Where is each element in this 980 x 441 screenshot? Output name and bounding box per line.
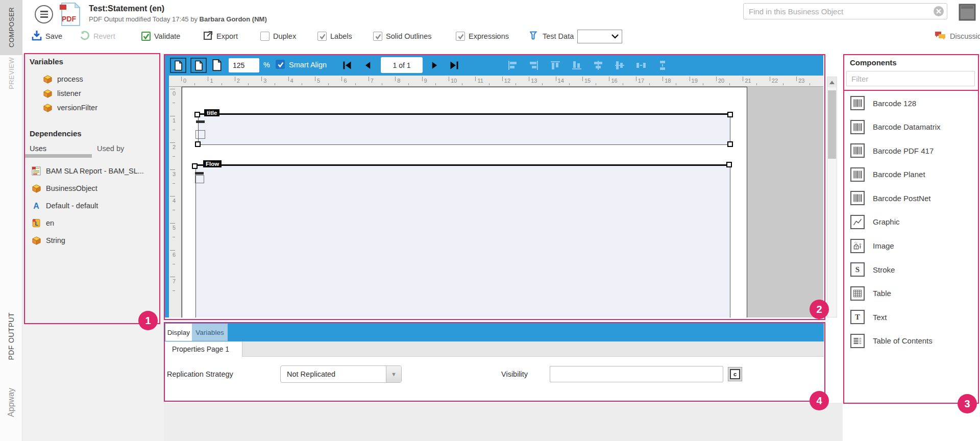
component-item-barcode-postnet[interactable]: Barcode PostNet xyxy=(850,190,941,206)
page-title: Test:Statement (en) xyxy=(89,4,164,13)
save-button[interactable]: Save xyxy=(32,29,62,43)
component-item-stroke[interactable]: SStroke xyxy=(850,262,941,277)
menu-button[interactable] xyxy=(35,5,53,23)
expression-editor-button[interactable]: c xyxy=(728,367,742,381)
variable-item-process[interactable]: process xyxy=(43,72,97,86)
solid-outlines-checkbox[interactable]: Solid Outlines xyxy=(373,29,431,43)
page-view-button-1[interactable] xyxy=(170,58,186,73)
duplex-checkbox-box xyxy=(260,32,270,41)
zoom-input[interactable] xyxy=(229,58,259,72)
tab-display[interactable]: Display xyxy=(165,324,192,341)
dependency-item[interactable]: ADefault - default xyxy=(32,197,144,214)
scroll-up-arrow[interactable] xyxy=(827,77,837,87)
duplex-checkbox[interactable]: Duplex xyxy=(260,29,296,43)
component-item-table-of-contents[interactable]: Table of Contents xyxy=(850,333,941,349)
dependency-item[interactable]: String xyxy=(32,232,144,249)
component-label: Table of Contents xyxy=(873,336,933,345)
previous-page-button[interactable] xyxy=(361,59,374,72)
dependency-item[interactable]: Len xyxy=(32,214,144,232)
tab-uses[interactable]: Uses xyxy=(30,144,46,153)
tab-variables[interactable]: Variables xyxy=(192,324,228,341)
element-anchor-handle[interactable] xyxy=(195,175,204,183)
window-panel-icon[interactable] xyxy=(959,4,976,23)
components-filter-input[interactable] xyxy=(846,71,975,86)
modified-author: Barbara Gordon (NM) xyxy=(200,15,267,23)
document-subtitle: PDF Output modified Today 17:45 by Barba… xyxy=(89,15,267,23)
align-right-icon[interactable] xyxy=(528,59,540,71)
center-horizontal-icon[interactable] xyxy=(592,59,604,71)
save-icon xyxy=(32,31,42,42)
page-indicator[interactable]: 1 of 1 xyxy=(381,57,423,73)
distribute-vertical-icon[interactable] xyxy=(656,59,669,71)
component-item-barcode-pdf-417[interactable]: Barcode PDF 417 xyxy=(850,143,941,158)
element-flow[interactable] xyxy=(195,164,730,317)
first-page-button[interactable] xyxy=(341,59,353,72)
component-item-image[interactable]: Image xyxy=(850,238,941,254)
canvas-vertical-scrollbar[interactable] xyxy=(827,77,837,317)
component-item-text[interactable]: TText xyxy=(850,309,941,325)
align-top-icon[interactable] xyxy=(549,59,561,71)
labels-checkbox[interactable]: Labels xyxy=(317,29,352,43)
bottom-background xyxy=(164,403,843,441)
component-item-graphic[interactable]: Graphic xyxy=(850,214,941,230)
component-item-barcode-128[interactable]: Barcode 128 xyxy=(850,95,941,111)
visibility-input[interactable] xyxy=(550,366,723,382)
distribute-horizontal-icon[interactable] xyxy=(635,59,647,71)
element-anchor-handle[interactable] xyxy=(195,130,205,139)
next-page-button[interactable] xyxy=(429,59,441,72)
expressions-checkbox[interactable]: Expressions xyxy=(456,29,509,43)
barcode-icon xyxy=(850,167,865,182)
resize-handle[interactable] xyxy=(192,163,198,169)
svg-text:A: A xyxy=(33,202,39,210)
page-view-button-3[interactable] xyxy=(212,59,222,74)
ruler-tick xyxy=(422,77,423,81)
element-title[interactable] xyxy=(198,113,730,145)
variable-item-listener[interactable]: listener xyxy=(43,86,97,101)
ruler-number: 12 xyxy=(504,78,510,84)
validate-label: Validate xyxy=(154,32,180,40)
toc-icon xyxy=(850,334,865,348)
rail-tab-preview[interactable]: PREVIEW xyxy=(0,57,22,89)
dependency-item[interactable]: BusinessObject xyxy=(32,180,144,197)
expression-icon: c xyxy=(730,369,740,379)
align-bottom-icon[interactable] xyxy=(571,59,583,71)
validate-checkbox[interactable]: Validate xyxy=(141,29,180,43)
page-view-button-2[interactable] xyxy=(190,58,207,73)
component-item-table[interactable]: Table xyxy=(850,286,941,301)
variable-item-versionFilter[interactable]: versionFilter xyxy=(43,101,97,115)
ruler-number: 2 xyxy=(237,78,240,84)
component-item-barcode-datamatrix[interactable]: Barcode Datamatrix xyxy=(850,119,941,135)
rail-tab-composer[interactable]: COMPOSER xyxy=(0,0,22,55)
align-left-icon[interactable] xyxy=(506,59,519,71)
resize-handle[interactable] xyxy=(194,112,200,117)
component-label: Barcode Datamatrix xyxy=(873,122,941,131)
rail-tab-pdf-output[interactable]: PDF OUTPUT xyxy=(0,312,22,360)
replication-strategy-select[interactable]: Not Replicated ▼ xyxy=(280,365,402,383)
ruler-minor-tick xyxy=(542,83,543,85)
find-input[interactable] xyxy=(743,3,947,19)
test-data-select[interactable] xyxy=(577,30,622,43)
ruler-number: 5 xyxy=(173,225,176,231)
dependency-label: Default - default xyxy=(46,202,98,210)
element-anchor-mark xyxy=(196,120,205,123)
uses-tab-active-indicator xyxy=(24,154,92,158)
resize-handle[interactable] xyxy=(195,141,201,147)
tab-used-by[interactable]: Used by xyxy=(97,144,124,153)
dependency-item[interactable]: BAM SLA Report - BAM_SL... xyxy=(32,162,144,180)
tab-properties-page-1[interactable]: Properties Page 1 xyxy=(165,341,242,357)
resize-handle[interactable] xyxy=(727,112,733,117)
smart-align-checkbox[interactable] xyxy=(276,60,285,69)
barcode-icon xyxy=(850,120,865,134)
canvas-viewport[interactable]: title Flow xyxy=(182,87,823,317)
discussion-button[interactable]: Discussion xyxy=(934,29,980,43)
revert-button[interactable]: Revert xyxy=(80,29,115,43)
resize-handle[interactable] xyxy=(727,141,733,147)
export-button[interactable]: Export xyxy=(203,29,238,43)
component-item-barcode-planet[interactable]: Barcode Planet xyxy=(850,167,941,182)
clear-search-icon[interactable] xyxy=(933,6,944,17)
center-vertical-icon[interactable] xyxy=(614,59,626,71)
scrollbar-thumb[interactable] xyxy=(828,90,836,159)
resize-handle[interactable] xyxy=(726,162,732,167)
last-page-button[interactable] xyxy=(448,59,460,72)
ruler-number: 7 xyxy=(371,78,374,84)
